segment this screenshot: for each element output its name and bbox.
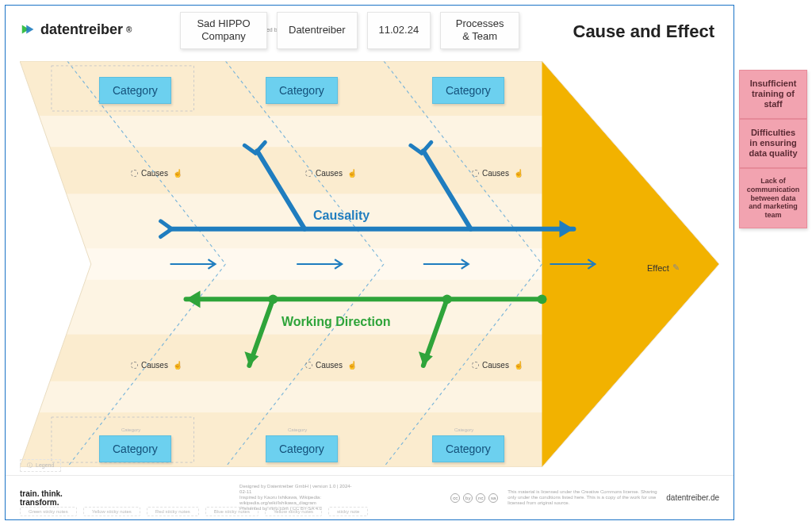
causes-label-top-1: Causes	[131, 169, 182, 178]
footer-tab[interactable]: Yellow sticky notes	[83, 507, 140, 516]
effect-text: Effect	[647, 263, 669, 273]
causality-label: Causality	[313, 209, 370, 223]
header-cards: Sad HIPPO Company Datentreiber 11.02.24 …	[180, 12, 519, 49]
brand-suffix: ®	[126, 25, 132, 34]
footer-tagline: train. think. transform.	[20, 489, 81, 507]
pencil-icon: ✎	[672, 262, 680, 273]
page-title: Cause and Effect	[573, 21, 715, 42]
category-sticky-top-3[interactable]: Category	[432, 77, 504, 104]
card-designed-for[interactable]: Sad HIPPO Company	[180, 12, 267, 49]
tiny-category-1: Category	[121, 427, 140, 432]
side-note-2[interactable]: Difficulties in ensuring data quality	[739, 119, 807, 168]
card-designed-by[interactable]: Datentreiber	[277, 12, 358, 49]
category-sticky-bottom-3[interactable]: Category	[432, 435, 504, 462]
causes-label-top-2: Causes	[305, 169, 357, 178]
footer-tab[interactable]: Yellow sticky notes	[265, 507, 322, 516]
category-sticky-top-2[interactable]: Category	[266, 77, 338, 104]
footer-tab[interactable]: Red sticky notes	[147, 507, 199, 516]
fishbone-diagram[interactable]: Category Category Category Category Cate…	[20, 61, 719, 467]
tiny-category-3: Category	[454, 427, 473, 432]
svg-point-36	[442, 294, 452, 304]
logo-icon	[20, 21, 37, 38]
footer-tab[interactable]: sticky note	[328, 507, 368, 516]
side-note-3[interactable]: Lack of communication between data and m…	[739, 168, 807, 228]
legend-label: Legend	[36, 462, 54, 468]
card-date[interactable]: 11.02.24	[367, 12, 431, 49]
card-focused-on[interactable]: Processes & Team	[440, 12, 519, 49]
causes-label-bottom-1: Causes	[131, 361, 182, 370]
brand-logo: datentreiber®	[20, 21, 132, 38]
category-sticky-bottom-2[interactable]: Category	[266, 435, 338, 462]
footer-tab[interactable]: Blue sticky notes	[205, 507, 259, 516]
side-note-1[interactable]: Insufficient training of staff	[739, 70, 807, 119]
cc-sa-icon: sa	[488, 493, 498, 503]
effect-label: Effect ✎	[638, 262, 680, 273]
cc-by-icon: by	[463, 493, 473, 503]
fishbone-svg	[20, 61, 719, 467]
svg-point-32	[538, 294, 547, 304]
cc-icons: cc by nc sa	[450, 493, 498, 503]
category-sticky-bottom-1[interactable]: Category	[99, 435, 171, 462]
causes-label-bottom-3: Causes	[472, 361, 523, 370]
cc-icon: cc	[450, 493, 460, 503]
legend-box: ⓘLegend	[20, 459, 61, 472]
working-direction-label: Working Direction	[282, 315, 391, 329]
footer-tabs: Green sticky notes Yellow sticky notes R…	[20, 507, 368, 516]
category-sticky-top-1[interactable]: Category	[99, 77, 171, 104]
header: datentreiber® Designed for Designed by D…	[6, 6, 733, 53]
svg-point-35	[268, 294, 278, 304]
footer-tab[interactable]: Green sticky notes	[20, 507, 77, 516]
canvas-frame: datentreiber® Designed for Designed by D…	[5, 5, 734, 520]
tiny-category-2: Category	[288, 427, 307, 432]
causes-label-top-3: Causes	[472, 169, 523, 178]
brand-name: datentreiber	[40, 21, 123, 38]
footer-site: datentreiber.de	[666, 493, 719, 502]
causes-label-bottom-2: Causes	[305, 361, 357, 370]
footer-license: This material is licensed under the Crea…	[508, 489, 666, 507]
cc-nc-icon: nc	[476, 493, 485, 503]
